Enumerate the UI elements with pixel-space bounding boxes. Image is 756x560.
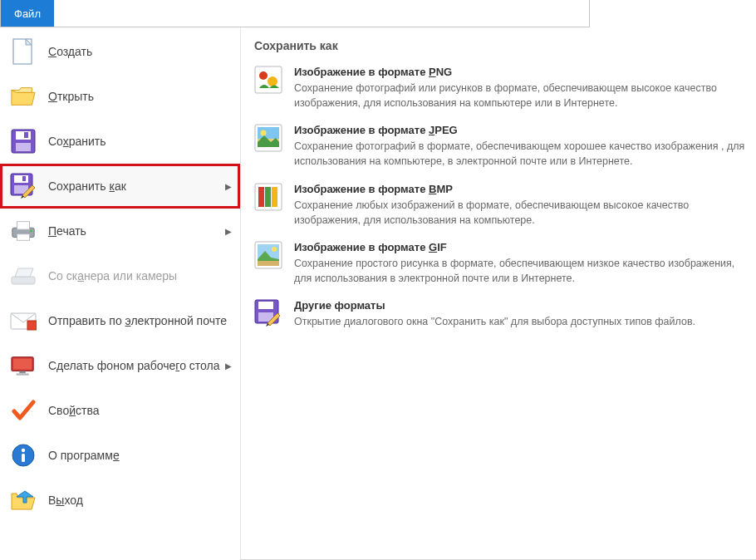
- menu-exit-label: Выход: [48, 494, 232, 507]
- scanner-icon: [10, 263, 37, 289]
- save-as-floppy-pencil-icon: [10, 173, 37, 199]
- save-floppy-icon: [10, 128, 37, 155]
- menu-print[interactable]: Печать ▶: [0, 209, 240, 253]
- format-other-title: Другие форматы: [294, 299, 746, 312]
- format-jpeg-desc: Сохранение фотографий в формате, обеспеч…: [294, 139, 746, 169]
- jpeg-picture-icon: [254, 124, 282, 152]
- format-png-desc: Сохранение фотографий или рисунков в фор…: [294, 81, 746, 111]
- menu-about-label: О программе: [48, 449, 232, 462]
- chevron-right-icon: ▶: [225, 227, 232, 236]
- format-jpeg[interactable]: Изображение в формате JPEG Сохранение фо…: [254, 120, 746, 179]
- menu-scanner-label: Со сканера или камеры: [48, 269, 232, 282]
- menu-save-as-label: Сохранить как: [48, 179, 220, 193]
- format-bmp-desc: Сохранение любых изображений в формате, …: [294, 198, 746, 228]
- format-png[interactable]: Изображение в формате PNG Сохранение фот…: [254, 62, 746, 120]
- tab-file[interactable]: Файл: [1, 0, 54, 27]
- format-other[interactable]: Другие форматы Открытие диалогового окна…: [254, 296, 746, 339]
- format-gif[interactable]: Изображение в формате GIF Сохранение про…: [254, 238, 746, 296]
- format-jpeg-title: Изображение в формате JPEG: [294, 124, 746, 136]
- menu-new[interactable]: Создать: [0, 29, 240, 74]
- file-menu-left: Создать Открыть Сохранить: [0, 27, 241, 560]
- format-bmp-title: Изображение в формате BMP: [294, 183, 746, 195]
- menu-about[interactable]: О программе: [0, 433, 240, 478]
- svg-rect-3: [16, 143, 31, 151]
- menu-new-label: Создать: [48, 45, 232, 58]
- menu-properties-label: Свойства: [48, 404, 232, 417]
- menu-scanner: Со сканера или камеры: [0, 253, 240, 298]
- open-folder-icon: [10, 83, 37, 110]
- ribbon-top-bar: Файл: [0, 0, 590, 27]
- format-other-desc: Открытие диалогового окна "Сохранить как…: [294, 314, 746, 329]
- svg-point-25: [268, 76, 277, 86]
- svg-rect-18: [19, 371, 26, 374]
- menu-wallpaper-label: Сделать фоном рабочего стола: [48, 359, 220, 372]
- format-png-title: Изображение в формате PNG: [294, 66, 746, 78]
- format-bmp[interactable]: Изображение в формате BMP Сохранение люб…: [254, 179, 746, 238]
- svg-rect-10: [17, 222, 29, 229]
- menu-send-email-label: Отправить по электронной почте: [48, 314, 232, 327]
- info-icon: [10, 442, 37, 469]
- svg-rect-13: [12, 277, 35, 284]
- svg-rect-4: [24, 132, 28, 138]
- bmp-picture-icon: [254, 183, 282, 211]
- svg-rect-6: [14, 175, 28, 183]
- menu-exit[interactable]: Выход: [0, 478, 240, 523]
- svg-rect-15: [27, 321, 37, 330]
- chevron-right-icon: ▶: [225, 361, 232, 371]
- chevron-right-icon: ▶: [225, 182, 232, 191]
- svg-point-36: [272, 247, 277, 252]
- printer-icon: [10, 218, 37, 244]
- png-picture-icon: [254, 66, 282, 94]
- svg-rect-33: [272, 187, 277, 207]
- save-as-subpanel: Сохранить как Изображение в формате PNG …: [240, 27, 756, 560]
- menu-open[interactable]: Открыть: [0, 74, 240, 119]
- menu-print-label: Печать: [48, 224, 220, 238]
- svg-point-12: [30, 230, 32, 233]
- svg-rect-8: [22, 176, 26, 181]
- menu-properties[interactable]: Свойства: [0, 388, 240, 433]
- svg-rect-11: [17, 234, 29, 241]
- subpanel-title: Сохранить как: [254, 39, 746, 52]
- gif-picture-icon: [254, 241, 282, 269]
- menu-open-label: Открыть: [48, 90, 232, 103]
- menu-send-email[interactable]: Отправить по электронной почте: [0, 298, 240, 343]
- svg-rect-17: [13, 359, 32, 370]
- envelope-icon: [10, 307, 37, 334]
- svg-rect-39: [258, 302, 273, 309]
- svg-rect-37: [258, 261, 279, 266]
- svg-rect-32: [265, 187, 271, 207]
- format-gif-title: Изображение в формате GIF: [294, 241, 746, 253]
- menu-save[interactable]: Сохранить: [0, 119, 240, 164]
- new-document-icon: [10, 38, 37, 65]
- app-menu: Создать Открыть Сохранить: [0, 27, 756, 560]
- menu-wallpaper[interactable]: Сделать фоном рабочего стола ▶: [0, 343, 240, 388]
- svg-point-21: [22, 449, 25, 452]
- desktop-wallpaper-icon: [10, 352, 37, 379]
- svg-rect-2: [16, 131, 31, 140]
- svg-rect-31: [258, 187, 264, 207]
- format-gif-desc: Сохранение простого рисунка в формате, о…: [294, 256, 746, 286]
- svg-rect-19: [17, 373, 29, 375]
- menu-save-label: Сохранить: [48, 135, 232, 148]
- exit-icon: [10, 487, 37, 513]
- checkmark-icon: [10, 397, 37, 424]
- svg-point-28: [261, 130, 267, 136]
- svg-rect-22: [22, 454, 25, 462]
- svg-point-24: [259, 71, 268, 80]
- save-as-other-icon: [254, 299, 282, 327]
- menu-save-as[interactable]: Сохранить как ▶: [0, 164, 240, 209]
